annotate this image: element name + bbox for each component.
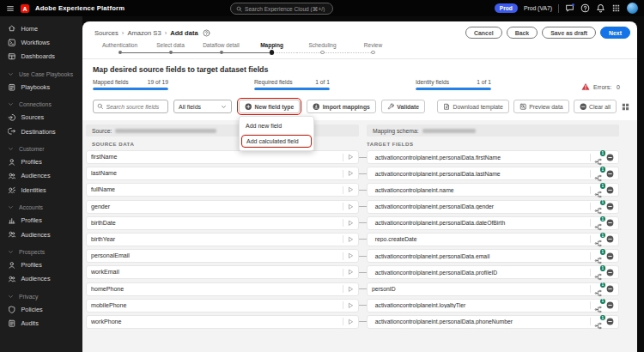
user-avatar[interactable]: [627, 3, 638, 14]
sidebar-item[interactable]: Destinations: [0, 124, 82, 138]
sidebar-item[interactable]: Workflows: [0, 35, 82, 49]
import-mappings-button[interactable]: Import mappings: [307, 100, 376, 113]
sidebar-item[interactable]: Audiences: [0, 228, 82, 241]
mapping-detail-control[interactable]: 1: [594, 154, 602, 161]
help-icon[interactable]: [580, 3, 590, 13]
source-field-card[interactable]: lastName: [86, 167, 359, 180]
map-arrow-icon[interactable]: [347, 170, 354, 177]
sidebar-item[interactable]: Profiles: [0, 258, 82, 271]
map-arrow-icon[interactable]: [347, 269, 354, 276]
sidebar-item[interactable]: Prospects: [0, 246, 82, 258]
global-search-input[interactable]: [245, 6, 327, 12]
sidebar-item[interactable]: Audiences: [0, 272, 82, 286]
map-arrow-icon[interactable]: [347, 302, 354, 309]
source-field-card[interactable]: personalEmail: [86, 249, 359, 263]
next-button[interactable]: Next: [600, 27, 630, 39]
map-tree-icon[interactable]: [594, 158, 602, 166]
source-field-card[interactable]: birthYear: [86, 233, 359, 246]
cancel-button[interactable]: Cancel: [465, 27, 502, 39]
validate-button[interactable]: Validate: [381, 100, 425, 113]
mapping-detail-control[interactable]: 1: [594, 235, 602, 243]
sidebar-item[interactable]: Use Case Playbooks: [0, 68, 82, 80]
remove-mapping-icon[interactable]: [606, 235, 614, 243]
wizard-step[interactable]: Select data: [145, 41, 196, 56]
menu-item[interactable]: Add calculated field: [242, 136, 311, 147]
preview-data-button[interactable]: Preview data: [513, 100, 569, 113]
mapping-detail-control[interactable]: 1: [594, 219, 602, 227]
hamburger-menu-icon[interactable]: [6, 4, 15, 13]
target-field-card[interactable]: personID 1: [367, 282, 619, 296]
map-tree-icon[interactable]: [594, 273, 602, 281]
map-arrow-icon[interactable]: [347, 154, 354, 161]
sidebar-item[interactable]: Profiles: [0, 214, 82, 228]
mapping-detail-control[interactable]: 1: [594, 252, 602, 260]
remove-mapping-icon[interactable]: [606, 203, 614, 210]
map-arrow-icon[interactable]: [347, 186, 354, 193]
map-tree-icon[interactable]: [594, 207, 602, 215]
global-search[interactable]: [230, 3, 333, 15]
target-field-card[interactable]: _activationcontrolplaneint.personalData.…: [367, 200, 619, 214]
sidebar-item[interactable]: Customer: [0, 143, 82, 155]
environment-name[interactable]: Prod (VA7): [524, 5, 552, 11]
sidebar-item[interactable]: Audiences: [0, 169, 82, 183]
wizard-step[interactable]: Review: [348, 41, 398, 56]
wizard-step[interactable]: Authentication: [94, 41, 145, 56]
layout-toggle-icon[interactable]: [621, 102, 630, 112]
source-field-card[interactable]: gender: [86, 200, 359, 214]
source-field-card[interactable]: workPhone: [86, 315, 359, 329]
target-field-card[interactable]: _activationcontrolplaneint.personalData.…: [367, 150, 619, 164]
sidebar-item[interactable]: Connections: [0, 99, 82, 111]
mapping-detail-control[interactable]: 1: [594, 301, 602, 309]
map-arrow-icon[interactable]: [347, 286, 354, 293]
source-field-card[interactable]: birthDate: [86, 216, 359, 230]
target-field-card[interactable]: _activationcontrolplaneint.name 1: [367, 183, 619, 197]
notifications-icon[interactable]: [596, 3, 605, 13]
target-field-card[interactable]: _activationcontrolplaneint.personalData.…: [367, 315, 619, 329]
breadcrumb-amazon-s3[interactable]: Amazon S3: [127, 29, 161, 37]
target-field-card[interactable]: _repo.createDate 1: [367, 233, 619, 246]
remove-mapping-icon[interactable]: [606, 318, 614, 325]
sidebar-item[interactable]: Dashboards: [0, 50, 82, 64]
mapping-detail-control[interactable]: 1: [594, 186, 602, 194]
source-fields-search-input[interactable]: [106, 104, 165, 110]
map-arrow-icon[interactable]: [347, 203, 354, 210]
map-tree-icon[interactable]: [594, 174, 602, 182]
remove-mapping-icon[interactable]: [606, 285, 614, 293]
sidebar-item[interactable]: Accounts: [0, 202, 82, 214]
source-fields-search[interactable]: [93, 100, 168, 113]
target-field-card[interactable]: _activationcontrolplaneint.loyaltyTier 1: [367, 299, 619, 313]
app-switcher-icon[interactable]: [611, 3, 621, 13]
map-tree-icon[interactable]: [594, 240, 602, 247]
remove-mapping-icon[interactable]: [606, 154, 614, 161]
sidebar-item[interactable]: Playbooks: [0, 80, 82, 94]
map-tree-icon[interactable]: [594, 289, 602, 297]
clear-all-button[interactable]: Clear all: [574, 100, 617, 113]
new-field-type-button[interactable]: New field type: [239, 100, 300, 113]
field-filter-dropdown[interactable]: All fields: [173, 100, 232, 113]
target-field-card[interactable]: _activationcontrolplaneint.personalData.…: [367, 265, 619, 279]
wizard-step[interactable]: Dataflow detail: [196, 41, 246, 56]
map-tree-icon[interactable]: [594, 223, 602, 231]
sidebar-item[interactable]: Profiles: [0, 155, 82, 168]
source-field-card[interactable]: mobilePhone: [86, 299, 359, 313]
sidebar-item[interactable]: Privacy: [0, 290, 82, 302]
sidebar-item[interactable]: Sources: [0, 111, 82, 124]
mapping-detail-control[interactable]: 1: [594, 203, 602, 210]
page-help-icon[interactable]: [203, 29, 210, 37]
map-tree-icon[interactable]: [594, 257, 602, 264]
map-arrow-icon[interactable]: [347, 236, 354, 243]
mapping-detail-control[interactable]: 1: [594, 170, 602, 178]
source-field-card[interactable]: firstName: [86, 150, 359, 164]
map-tree-icon[interactable]: [594, 322, 602, 330]
remove-mapping-icon[interactable]: [606, 219, 614, 227]
download-template-button[interactable]: Download template: [437, 100, 509, 113]
back-button[interactable]: Back: [507, 27, 538, 39]
remove-mapping-icon[interactable]: [606, 186, 614, 194]
source-field-card[interactable]: fullName: [86, 183, 359, 197]
mapping-detail-control[interactable]: 1: [594, 285, 602, 293]
map-arrow-icon[interactable]: [347, 252, 354, 259]
sidebar-item[interactable]: Audits: [0, 316, 82, 330]
source-field-card[interactable]: workEmail: [86, 265, 359, 279]
remove-mapping-icon[interactable]: [606, 252, 614, 260]
sidebar-item[interactable]: Policies: [0, 302, 82, 316]
